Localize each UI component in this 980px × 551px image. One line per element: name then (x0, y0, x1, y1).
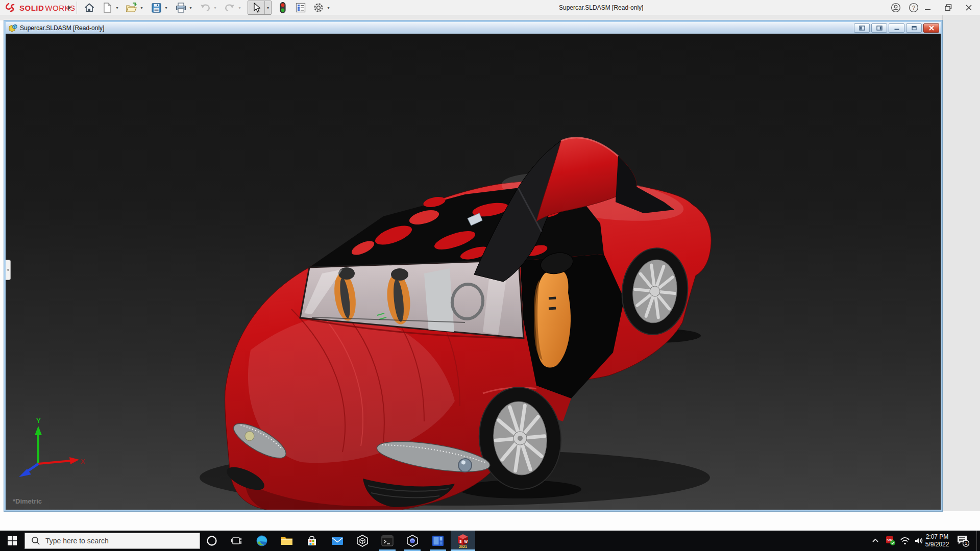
taskbar-edge[interactable] (250, 531, 274, 551)
3d-viewer-icon (356, 534, 369, 547)
start-button[interactable] (0, 531, 24, 551)
brand-solid: SOLID (19, 4, 44, 12)
cortana-icon (206, 535, 218, 547)
taskbar-task-view[interactable] (224, 531, 249, 551)
desktop: SOLIDWORKS ▾ (0, 0, 980, 551)
file-properties-button[interactable] (294, 1, 307, 14)
svg-text:?: ? (912, 5, 915, 11)
select-tool-dropdown[interactable]: ▾ (264, 1, 271, 14)
redo-dropdown[interactable]: ▾ (236, 1, 243, 14)
minimize-icon (924, 4, 932, 11)
select-cursor-icon (251, 2, 261, 13)
save-dropdown[interactable]: ▾ (163, 1, 169, 14)
new-document-button[interactable] (101, 1, 114, 14)
new-document-dropdown[interactable]: ▾ (114, 1, 120, 14)
action-center-icon: 1 (955, 534, 970, 547)
triad-y-label: Y (36, 417, 41, 424)
taskbar-mail[interactable] (325, 531, 350, 551)
chevron-up-icon (871, 537, 879, 545)
doc-minimize-button[interactable] (889, 23, 904, 33)
pane-right-icon (876, 26, 883, 31)
clock-date: 5/9/2022 (923, 541, 951, 548)
print-button[interactable] (174, 1, 187, 14)
rebuild-traffic-light-icon (279, 2, 286, 14)
home-button[interactable] (83, 1, 96, 14)
taskbar-3d-viewer[interactable] (350, 531, 375, 551)
taskbar-photos[interactable] (426, 531, 450, 551)
doc-pane-left-button[interactable] (854, 23, 870, 33)
restore-icon (944, 4, 952, 12)
document-title: Supercar.SLDASM [Read-only] (20, 24, 104, 32)
open-button[interactable] (125, 1, 138, 14)
doc-close-icon (928, 26, 935, 31)
taskbar-solidworks-2021[interactable]: S W 2021 (451, 531, 475, 551)
doc-restore-icon (911, 26, 917, 31)
solidworks-logo: SOLIDWORKS (5, 0, 76, 15)
action-center-button[interactable]: 1 (951, 531, 974, 551)
command-prompt-icon (381, 534, 394, 547)
minimize-button[interactable] (920, 0, 936, 15)
solidworks-logo-mark (5, 2, 18, 13)
taskbar-paint-3d[interactable] (400, 531, 425, 551)
svg-text:S: S (459, 540, 462, 543)
undo-dropdown[interactable]: ▾ (212, 1, 218, 14)
undo-icon (199, 3, 211, 13)
help-icon: ? (909, 3, 919, 13)
save-button[interactable] (150, 1, 163, 14)
menu-expand-arrow-icon[interactable] (67, 4, 72, 11)
tray-wifi[interactable] (898, 531, 912, 551)
microsoft-store-icon (306, 535, 318, 547)
save-icon (151, 3, 162, 13)
volume-icon (914, 536, 924, 546)
doc-pane-right-button[interactable] (871, 23, 887, 33)
taskbar-file-explorer[interactable] (275, 531, 299, 551)
taskbar-command-prompt[interactable] (375, 531, 400, 551)
document-window: Supercar.SLDASM [Read-only] (4, 20, 942, 511)
search-input[interactable] (45, 537, 183, 545)
redo-icon (224, 3, 236, 13)
tray-solidworks-monitor[interactable]: SW (884, 531, 898, 551)
quick-access-toolbar: ▾ ▾ ▾ (83, 0, 336, 15)
featuremanager-tab-grip (7, 269, 9, 271)
print-icon (175, 2, 187, 13)
wifi-icon (900, 536, 910, 546)
photos-icon (431, 535, 445, 547)
app-window-title: Supercar.SLDASM [Read-only] (559, 0, 643, 15)
open-dropdown[interactable]: ▾ (138, 1, 145, 14)
orientation-triad[interactable]: Y X (14, 417, 85, 478)
rebuild-button[interactable] (276, 1, 289, 14)
assembly-document-icon (8, 24, 17, 32)
windows-logo-icon (8, 536, 17, 545)
select-tool-button[interactable] (248, 1, 264, 14)
gear-icon (313, 2, 324, 13)
mail-icon (331, 535, 344, 547)
undo-button[interactable] (199, 1, 212, 14)
taskbar-store[interactable] (300, 531, 324, 551)
supercar-3d-model[interactable] (6, 34, 941, 510)
new-document-icon (102, 2, 112, 13)
file-properties-icon (295, 2, 306, 13)
taskbar-cortana[interactable] (200, 531, 224, 551)
mdi-top-strip (0, 15, 980, 20)
doc-restore-button[interactable] (906, 23, 922, 33)
solidworks-tray-icon: SW (886, 536, 896, 546)
tray-clock[interactable]: 2:07 PM 5/9/2022 (923, 531, 951, 551)
featuremanager-collapsed-tab[interactable] (6, 260, 11, 280)
close-button[interactable] (961, 0, 977, 15)
edge-icon (255, 534, 268, 547)
solidworks-titlebar: SOLIDWORKS ▾ (0, 0, 980, 15)
taskbar-search-box[interactable] (24, 533, 200, 549)
hidden-icons-chevron[interactable] (868, 531, 883, 551)
options-dropdown[interactable]: ▾ (325, 1, 332, 14)
print-dropdown[interactable]: ▾ (187, 1, 194, 14)
redo-button[interactable] (223, 1, 236, 14)
graphics-viewport[interactable]: Y X *Dimetric (6, 34, 941, 510)
show-desktop-button[interactable] (976, 531, 980, 551)
options-button[interactable] (312, 1, 325, 14)
task-pane-collapsed-strip[interactable] (942, 15, 980, 511)
document-titlebar[interactable]: Supercar.SLDASM [Read-only] (6, 22, 941, 34)
doc-close-button[interactable] (923, 23, 939, 33)
account-button[interactable] (888, 0, 904, 15)
restore-button[interactable] (940, 0, 957, 15)
toolbar-separator (77, 2, 77, 14)
